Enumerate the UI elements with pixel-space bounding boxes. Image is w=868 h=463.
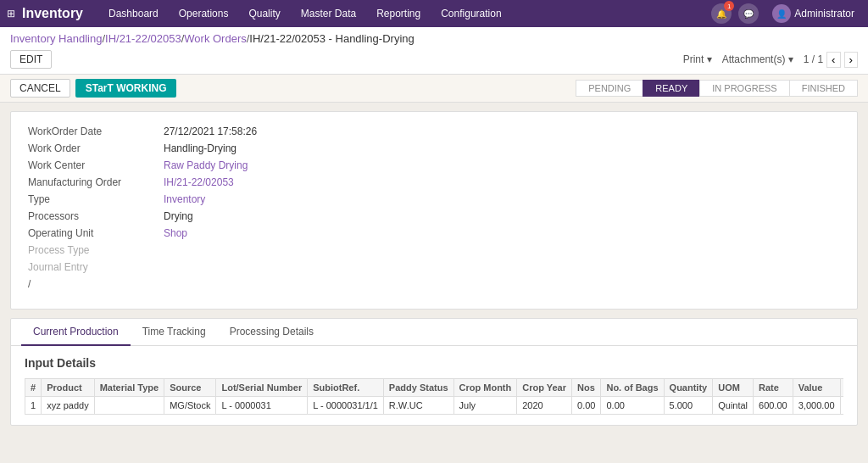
pager-text: 1 / 1 xyxy=(804,53,823,65)
cell-product: xyz paddy xyxy=(42,397,95,415)
nav-operations[interactable]: Operations xyxy=(170,3,237,25)
col-num: # xyxy=(25,379,42,397)
tabs-section: Current Production Time Tracking Process… xyxy=(10,318,858,426)
attachment-button[interactable]: Attachment(s) xyxy=(722,53,793,65)
label-type: Type xyxy=(28,193,164,205)
label-journal-entry: Journal Entry xyxy=(28,261,164,273)
value-processors: Drying xyxy=(164,210,193,222)
chat-icon[interactable]: 💬 xyxy=(738,3,759,24)
field-type: Type Inventory xyxy=(28,193,840,205)
cell-uom: Quintal xyxy=(713,397,754,415)
nav-dashboard[interactable]: Dashboard xyxy=(100,3,167,25)
tab-time-tracking[interactable]: Time Tracking xyxy=(131,319,218,346)
tab-current-production[interactable]: Current Production xyxy=(21,319,131,346)
cell-num: 1 xyxy=(25,397,42,415)
breadcrumb-inventory-handling[interactable]: Inventory Handling xyxy=(10,32,102,45)
cell-crop-year: 2020 xyxy=(517,397,572,415)
value-work-center[interactable]: Raw Paddy Drying xyxy=(164,159,248,171)
main-content: WorkOrder Date 27/12/2021 17:58:26 Work … xyxy=(0,103,868,443)
col-uom: UOM xyxy=(713,379,754,397)
pager-next[interactable]: › xyxy=(844,52,858,68)
field-work-order: Work Order Handling-Drying xyxy=(28,142,840,154)
field-process-type: Process Type xyxy=(28,244,840,256)
edit-button[interactable]: EDIT xyxy=(10,50,52,69)
nav-master-data[interactable]: Master Data xyxy=(292,3,364,25)
cell-operating-unit: Shop xyxy=(840,397,843,415)
page-header: Inventory Handling / IH/21-22/02053 / Wo… xyxy=(0,27,868,103)
cell-nos: 0.00 xyxy=(572,397,601,415)
notification-badge: 1 xyxy=(724,1,734,11)
label-workorder-date: WorkOrder Date xyxy=(28,126,164,137)
label-processors: Processors xyxy=(28,210,164,222)
col-crop-year: Crop Year xyxy=(517,379,572,397)
breadcrumb: Inventory Handling / IH/21-22/02053 / Wo… xyxy=(10,32,415,45)
status-in-progress[interactable]: IN PROGRESS xyxy=(699,80,789,97)
pager: 1 / 1 ‹ › xyxy=(804,52,858,68)
status-pipeline: PENDING READY IN PROGRESS FINISHED xyxy=(576,80,858,97)
cell-rate: 600.00 xyxy=(754,397,793,415)
input-details-table: # Product Material Type Source Lot/Seria… xyxy=(25,378,843,415)
cell-no-of-bags: 0.00 xyxy=(601,397,664,415)
print-button[interactable]: Print xyxy=(683,53,712,65)
status-ready[interactable]: READY xyxy=(643,80,700,97)
status-pending[interactable]: PENDING xyxy=(576,80,643,97)
nav-right-actions: 🔔 1 💬 👤 Administrator xyxy=(711,3,861,25)
field-mfg-order: Manufacturing Order IH/21-22/02053 xyxy=(28,176,840,188)
col-quantity: Quantity xyxy=(664,379,713,397)
col-product: Product xyxy=(42,379,95,397)
value-workorder-date: 27/12/2021 17:58:26 xyxy=(164,126,257,137)
nav-reporting[interactable]: Reporting xyxy=(368,3,429,25)
col-subiot: SubiotRef. xyxy=(308,379,384,397)
nav-configuration[interactable]: Configuration xyxy=(432,3,509,25)
col-paddy-status: Paddy Status xyxy=(383,379,453,397)
breadcrumb-ih-id[interactable]: IH/21-22/02053 xyxy=(105,32,181,45)
cell-crop-month: July xyxy=(453,397,517,415)
cell-subiot: L - 0000031/1/1 xyxy=(308,397,384,415)
app-name: Inventory xyxy=(22,6,83,21)
field-workorder-date: WorkOrder Date 27/12/2021 17:58:26 xyxy=(28,126,840,137)
label-work-order: Work Order xyxy=(28,142,164,154)
label-slash: / xyxy=(28,278,164,290)
label-operating-unit: Operating Unit xyxy=(28,227,164,239)
cell-value: 3,000.00 xyxy=(793,397,840,415)
nav-quality[interactable]: Quality xyxy=(240,3,288,25)
app-grid-icon[interactable]: ⊞ xyxy=(7,8,15,20)
cell-source: MG/Stock xyxy=(164,397,216,415)
col-nos: Nos xyxy=(572,379,601,397)
admin-menu[interactable]: 👤 Administrator xyxy=(765,3,861,25)
col-no-of-bags: No. of Bags xyxy=(601,379,664,397)
status-finished[interactable]: FINISHED xyxy=(789,80,858,97)
input-details-title: Input Details xyxy=(25,356,843,370)
tabs-header: Current Production Time Tracking Process… xyxy=(11,319,857,346)
cell-material-type xyxy=(94,397,164,415)
field-processors: Processors Drying xyxy=(28,210,840,222)
cell-quantity: 5.000 xyxy=(664,397,713,415)
value-operating-unit[interactable]: Shop xyxy=(164,227,187,239)
field-slash: / xyxy=(28,278,840,290)
table-row: 1 xyz paddy MG/Stock L - 0000031 L - 000… xyxy=(25,397,844,415)
tab-processing-details[interactable]: Processing Details xyxy=(218,319,326,346)
col-source: Source xyxy=(164,379,216,397)
label-mfg-order: Manufacturing Order xyxy=(28,176,164,188)
notification-icon[interactable]: 🔔 1 xyxy=(711,3,732,24)
admin-label: Administrator xyxy=(794,8,854,20)
field-work-center: Work Center Raw Paddy Drying xyxy=(28,159,840,171)
value-type[interactable]: Inventory xyxy=(164,193,205,205)
field-operating-unit: Operating Unit Shop xyxy=(28,227,840,239)
label-process-type: Process Type xyxy=(28,244,164,256)
breadcrumb-work-orders[interactable]: Work Orders xyxy=(184,32,246,45)
admin-avatar: 👤 xyxy=(772,4,791,23)
col-operating-unit: Operating Unit xyxy=(840,379,843,397)
col-lot-serial: Lot/Serial Number xyxy=(216,379,308,397)
col-material-type: Material Type xyxy=(94,379,164,397)
start-working-button[interactable]: STarT WORKING xyxy=(75,79,177,98)
pager-prev[interactable]: ‹ xyxy=(826,52,840,68)
col-crop-month: Crop Month xyxy=(453,379,517,397)
cancel-button[interactable]: CANCEL xyxy=(10,79,70,98)
cell-paddy-status: R.W.UC xyxy=(383,397,453,415)
value-mfg-order[interactable]: IH/21-22/02053 xyxy=(164,176,234,188)
nav-menu: Dashboard Operations Quality Master Data… xyxy=(100,3,711,25)
col-rate: Rate xyxy=(754,379,793,397)
col-value: Value xyxy=(793,379,840,397)
breadcrumb-current: IH/21-22/02053 - Handling-Drying xyxy=(249,32,414,45)
